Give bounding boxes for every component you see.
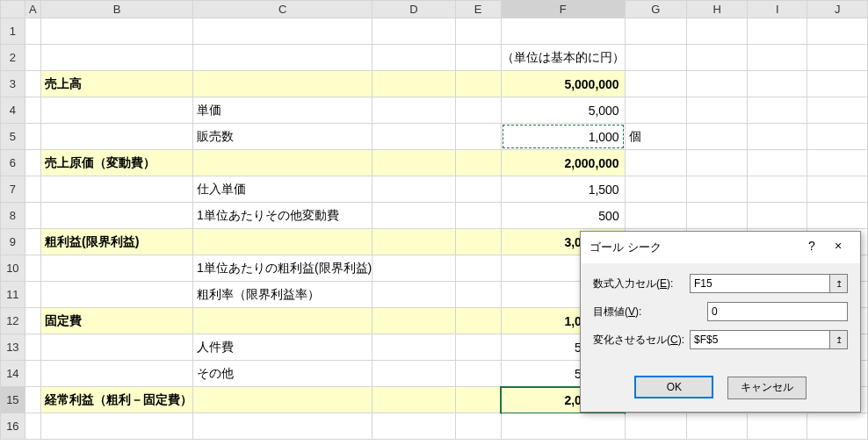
- cell-E10[interactable]: [455, 255, 501, 282]
- cell-C16[interactable]: [193, 413, 373, 440]
- cell-I1[interactable]: [748, 18, 807, 45]
- cell-G1[interactable]: [625, 18, 686, 45]
- cell-G4[interactable]: [625, 97, 686, 124]
- cell-A4[interactable]: [25, 97, 40, 124]
- cell-B16[interactable]: [41, 413, 193, 440]
- column-header-B[interactable]: B: [41, 1, 193, 18]
- cell-E2[interactable]: [455, 45, 501, 71]
- to-value-input[interactable]: [707, 302, 848, 321]
- set-cell-input[interactable]: [690, 274, 830, 293]
- cell-D10[interactable]: [373, 255, 455, 282]
- cell-C3[interactable]: [193, 71, 373, 97]
- cell-D6[interactable]: [373, 150, 455, 176]
- cell-J6[interactable]: [807, 150, 868, 176]
- cell-A12[interactable]: [25, 308, 40, 334]
- cell-D15[interactable]: [373, 387, 455, 413]
- cell-C2[interactable]: [193, 45, 373, 71]
- row-header-9[interactable]: 9: [1, 229, 25, 255]
- cell-G3[interactable]: [625, 71, 686, 97]
- cell-F7[interactable]: 1,500: [501, 176, 625, 203]
- cell-I5[interactable]: [748, 124, 807, 150]
- column-header-A[interactable]: A: [25, 1, 40, 18]
- cell-B6[interactable]: 売上原価（変動費）: [41, 150, 193, 176]
- column-header-C[interactable]: C: [193, 1, 373, 18]
- cell-C4[interactable]: 単価: [193, 97, 373, 124]
- cell-D11[interactable]: [373, 282, 455, 308]
- cell-E16[interactable]: [455, 413, 501, 440]
- row-header-13[interactable]: 13: [1, 334, 25, 361]
- cell-F2[interactable]: （単位は基本的に円）: [501, 45, 625, 71]
- cell-B7[interactable]: [41, 176, 193, 203]
- cell-B12[interactable]: 固定費: [41, 308, 193, 334]
- dialog-titlebar[interactable]: ゴール シーク ? ×: [581, 232, 860, 263]
- cell-E12[interactable]: [455, 308, 501, 334]
- row-header-15[interactable]: 15: [1, 387, 25, 413]
- cell-B3[interactable]: 売上高: [41, 71, 193, 97]
- row-header-6[interactable]: 6: [1, 150, 25, 176]
- cell-E14[interactable]: [455, 361, 501, 387]
- cell-H2[interactable]: [687, 45, 748, 71]
- cell-F4[interactable]: 5,000: [501, 97, 625, 124]
- cell-F8[interactable]: 500: [501, 203, 625, 229]
- cell-C15[interactable]: [193, 387, 373, 413]
- cell-B1[interactable]: [41, 18, 193, 45]
- cell-D14[interactable]: [373, 361, 455, 387]
- help-button[interactable]: ?: [799, 239, 825, 256]
- cell-D2[interactable]: [373, 45, 455, 71]
- cell-C14[interactable]: その他: [193, 361, 373, 387]
- cell-C9[interactable]: [193, 229, 373, 255]
- cell-A10[interactable]: [25, 255, 40, 282]
- cell-E13[interactable]: [455, 334, 501, 361]
- row-header-8[interactable]: 8: [1, 203, 25, 229]
- cell-H1[interactable]: [687, 18, 748, 45]
- cell-I16[interactable]: [748, 413, 807, 440]
- cell-H7[interactable]: [687, 176, 748, 203]
- cell-B9[interactable]: 粗利益(限界利益): [41, 229, 193, 255]
- cell-I7[interactable]: [748, 176, 807, 203]
- cell-A8[interactable]: [25, 203, 40, 229]
- cell-A2[interactable]: [25, 45, 40, 71]
- cell-A13[interactable]: [25, 334, 40, 361]
- cell-E1[interactable]: [455, 18, 501, 45]
- cell-A5[interactable]: [25, 124, 40, 150]
- cell-E9[interactable]: [455, 229, 501, 255]
- cell-C13[interactable]: 人件費: [193, 334, 373, 361]
- cell-C12[interactable]: [193, 308, 373, 334]
- cell-H16[interactable]: [687, 413, 748, 440]
- collapse-dialog-icon[interactable]: ↥: [830, 274, 848, 293]
- cell-F3[interactable]: 5,000,000: [501, 71, 625, 97]
- cell-F5[interactable]: 1,000: [501, 124, 625, 150]
- cell-A15[interactable]: [25, 387, 40, 413]
- cell-C1[interactable]: [193, 18, 373, 45]
- cell-I6[interactable]: [748, 150, 807, 176]
- cell-A16[interactable]: [25, 413, 40, 440]
- cell-C10[interactable]: 1単位あたりの粗利益(限界利益): [193, 255, 373, 282]
- cell-I3[interactable]: [748, 71, 807, 97]
- cell-B11[interactable]: [41, 282, 193, 308]
- cell-D16[interactable]: [373, 413, 455, 440]
- cell-I4[interactable]: [748, 97, 807, 124]
- row-header-10[interactable]: 10: [1, 255, 25, 282]
- cell-A14[interactable]: [25, 361, 40, 387]
- cell-B5[interactable]: [41, 124, 193, 150]
- column-header-F[interactable]: F: [501, 1, 625, 18]
- cell-D3[interactable]: [373, 71, 455, 97]
- cell-F6[interactable]: 2,000,000: [501, 150, 625, 176]
- row-header-5[interactable]: 5: [1, 124, 25, 150]
- row-header-4[interactable]: 4: [1, 97, 25, 124]
- column-header-I[interactable]: I: [748, 1, 807, 18]
- column-header-E[interactable]: E: [455, 1, 501, 18]
- row-header-3[interactable]: 3: [1, 71, 25, 97]
- ok-button[interactable]: OK: [634, 376, 713, 398]
- select-all-corner[interactable]: [1, 1, 25, 18]
- cell-B4[interactable]: [41, 97, 193, 124]
- cell-C6[interactable]: [193, 150, 373, 176]
- cell-G16[interactable]: [625, 413, 686, 440]
- cell-B10[interactable]: [41, 255, 193, 282]
- cell-B2[interactable]: [41, 45, 193, 71]
- cell-A3[interactable]: [25, 71, 40, 97]
- cell-C5[interactable]: 販売数: [193, 124, 373, 150]
- cell-H3[interactable]: [687, 71, 748, 97]
- collapse-dialog-icon[interactable]: ↥: [830, 330, 848, 349]
- column-header-D[interactable]: D: [373, 1, 455, 18]
